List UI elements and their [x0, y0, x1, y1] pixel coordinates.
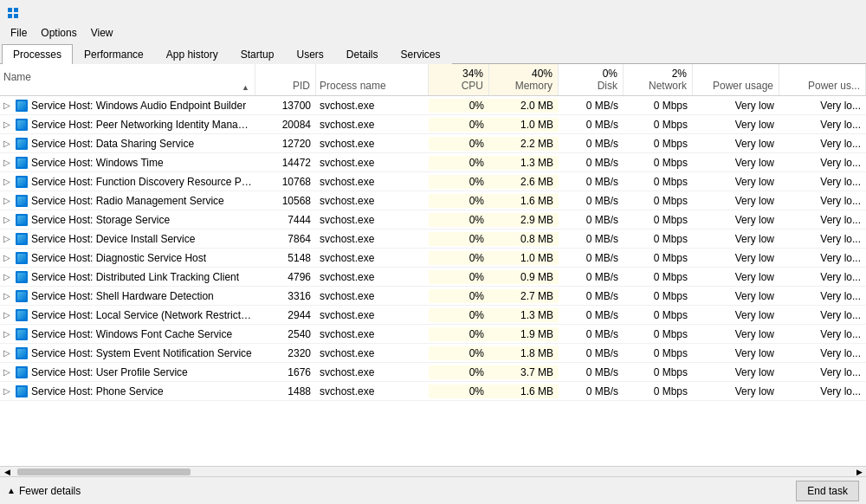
cell-power: Very low: [693, 384, 779, 398]
cell-power-trend: Very lo...: [779, 384, 866, 398]
fewer-details-button[interactable]: ▲ Fewer details: [7, 485, 81, 497]
tab-processes[interactable]: Processes: [2, 44, 73, 64]
expand-icon[interactable]: ▷: [3, 386, 12, 396]
cell-power: Very low: [693, 270, 779, 284]
table-row[interactable]: ▷ Service Host: Diagnostic Service Host …: [0, 249, 866, 268]
col-network[interactable]: 2% Network: [624, 64, 693, 95]
table-row[interactable]: ▷ Service Host: Distributed Link Trackin…: [0, 268, 866, 287]
cell-name: ▷ Service Host: User Profile Service: [0, 365, 255, 379]
table-row[interactable]: ▷ Service Host: Shell Hardware Detection…: [0, 287, 866, 306]
table-row[interactable]: ▷ Service Host: Windows Font Cache Servi…: [0, 325, 866, 344]
cell-memory: 2.7 MB: [489, 289, 559, 303]
tab-details[interactable]: Details: [335, 44, 390, 64]
process-icon: [16, 157, 28, 169]
cell-power-trend: Very lo...: [779, 99, 866, 113]
expand-icon[interactable]: ▷: [3, 348, 12, 358]
cell-cpu: 0%: [429, 289, 489, 303]
cell-name: ▷ Service Host: Peer Networking Identity…: [0, 118, 255, 132]
process-full-name: Service Host: Shell Hardware Detection: [31, 290, 214, 302]
expand-icon[interactable]: ▷: [3, 329, 12, 339]
table-row[interactable]: ▷ Service Host: Local Service (Network R…: [0, 306, 866, 325]
col-process[interactable]: Process name: [316, 64, 429, 95]
table-row[interactable]: ▷ Service Host: System Event Notificatio…: [0, 344, 866, 363]
table-row[interactable]: ▷ Service Host: Device Install Service 7…: [0, 229, 866, 249]
cell-power: Very low: [693, 156, 779, 170]
cell-disk: 0 MB/s: [559, 327, 624, 341]
tab-performance[interactable]: Performance: [73, 44, 155, 64]
scroll-right[interactable]: ▶: [852, 467, 866, 477]
tab-startup[interactable]: Startup: [229, 44, 286, 64]
menu-file[interactable]: File: [3, 25, 34, 41]
tab-users[interactable]: Users: [285, 44, 334, 64]
table-row[interactable]: ▷ Service Host: Function Discovery Resou…: [0, 172, 866, 191]
process-full-name: Service Host: Local Service (Network Res…: [31, 309, 252, 321]
expand-icon[interactable]: ▷: [3, 272, 12, 281]
col-memory[interactable]: 40% Memory: [489, 64, 559, 95]
table-row[interactable]: ▷ Service Host: Windows Audio Endpoint B…: [0, 96, 866, 115]
menu-options[interactable]: Options: [34, 25, 83, 41]
table-row[interactable]: ▷ Service Host: Phone Service 1488 svcho…: [0, 382, 866, 401]
scroll-left[interactable]: ◀: [0, 467, 14, 477]
table-row[interactable]: ▷ Service Host: Radio Management Service…: [0, 191, 866, 210]
scrollbar-thumb[interactable]: [17, 468, 191, 475]
cell-network: 0 Mbps: [624, 194, 693, 208]
task-manager-icon: [7, 7, 19, 19]
menu-view[interactable]: View: [84, 25, 120, 41]
cell-disk: 0 MB/s: [559, 213, 624, 227]
expand-icon[interactable]: ▷: [3, 215, 12, 224]
expand-icon[interactable]: ▷: [3, 310, 12, 320]
cell-cpu: 0%: [429, 118, 489, 132]
expand-icon[interactable]: ▷: [3, 139, 12, 148]
cell-process: svchost.exe: [316, 175, 429, 189]
process-icon: [16, 385, 28, 397]
cell-pid: 14472: [255, 156, 316, 170]
cell-memory: 1.8 MB: [489, 346, 559, 360]
cell-power: Very low: [693, 251, 779, 265]
col-disk[interactable]: 0% Disk: [559, 64, 624, 95]
cell-disk: 0 MB/s: [559, 99, 624, 113]
col-name[interactable]: Name ▲: [0, 64, 255, 95]
end-task-button[interactable]: End task: [796, 481, 859, 501]
cell-power-trend: Very lo...: [779, 327, 866, 341]
process-icon: [16, 271, 28, 283]
expand-icon[interactable]: ▷: [3, 253, 12, 262]
expand-icon[interactable]: ▷: [3, 234, 12, 243]
cell-power-trend: Very lo...: [779, 251, 866, 265]
expand-icon[interactable]: ▷: [3, 177, 12, 186]
col-power[interactable]: Power usage: [693, 64, 779, 95]
process-full-name: Service Host: Radio Management Service: [31, 195, 224, 207]
minimize-button[interactable]: [788, 5, 811, 21]
process-full-name: Service Host: System Event Notification …: [31, 347, 252, 359]
process-full-name: Service Host: Windows Audio Endpoint Bui…: [31, 100, 246, 112]
table-row[interactable]: ▷ Service Host: User Profile Service 167…: [0, 363, 866, 382]
cell-disk: 0 MB/s: [559, 308, 624, 322]
tab-app-history[interactable]: App history: [155, 44, 229, 64]
expand-icon[interactable]: ▷: [3, 196, 12, 205]
col-power-trend[interactable]: Power us...: [779, 64, 866, 95]
expand-icon[interactable]: ▷: [3, 158, 12, 167]
scrollbar-track[interactable]: [14, 468, 852, 476]
table-row[interactable]: ▷ Service Host: Data Sharing Service 127…: [0, 134, 866, 153]
close-button[interactable]: [837, 5, 859, 21]
col-cpu[interactable]: 34% CPU: [429, 64, 489, 95]
svg-rect-3: [14, 14, 18, 18]
maximize-button[interactable]: [812, 5, 835, 21]
cell-cpu: 0%: [429, 213, 489, 227]
expand-icon[interactable]: ▷: [3, 100, 12, 110]
cell-power-trend: Very lo...: [779, 308, 866, 322]
tab-services[interactable]: Services: [390, 44, 452, 64]
col-pid[interactable]: PID: [255, 64, 316, 95]
expand-icon[interactable]: ▷: [3, 367, 12, 377]
table-row[interactable]: ▷ Service Host: Windows Time 14472 svcho…: [0, 153, 866, 172]
chevron-down-icon: ▲: [7, 486, 16, 495]
expand-icon[interactable]: ▷: [3, 120, 12, 129]
cell-process: svchost.exe: [316, 384, 429, 398]
cell-pid: 7444: [255, 213, 316, 227]
table-row[interactable]: ▷ Service Host: Storage Service 7444 svc…: [0, 210, 866, 229]
cell-name: ▷ Service Host: Device Install Service: [0, 232, 255, 246]
table-row[interactable]: ▷ Service Host: Peer Networking Identity…: [0, 115, 866, 134]
cell-name: ▷ Service Host: Windows Font Cache Servi…: [0, 327, 255, 341]
cell-name: ▷ Service Host: Data Sharing Service: [0, 137, 255, 151]
cell-network: 0 Mbps: [624, 156, 693, 170]
expand-icon[interactable]: ▷: [3, 291, 12, 300]
